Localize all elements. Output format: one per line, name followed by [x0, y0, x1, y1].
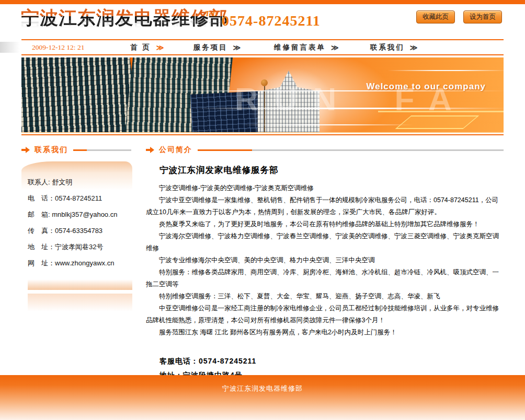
bookmark-page-button[interactable]: 收藏此页: [416, 10, 455, 24]
nav-item-home[interactable]: 首 页 ≫: [130, 43, 164, 52]
sidebar-contact: 联系我们 联系人: 舒文明 电 话：0574-87245211 邮 箱: mnb…: [21, 146, 134, 396]
header-line-gray: [252, 149, 504, 151]
chevron-right-icon: ≫: [156, 43, 164, 52]
service-phone: 客服电话：0574-87245211: [159, 354, 504, 368]
arrow-right-icon: [146, 147, 155, 153]
nav-item-repair-form[interactable]: 维修留言表单 ≫: [274, 43, 339, 52]
nav-datetime: 2009-12-12 12: 21: [32, 43, 110, 52]
site-logo-reflection: 宁波江东润发电器维修部: [21, 20, 228, 31]
article-paragraph: 服务范围江东 海曙 江北 鄞州各区均有服务网点，客户来电2小时内及时上门服务！: [146, 326, 504, 339]
nav-item-services-label: 服务项目: [193, 43, 227, 52]
article-paragraph: 中亚空调维修公司是一家经工商注册的制冷家电维修企业，公司员工都经过制冷技能维修培…: [146, 302, 504, 326]
banner-welcome-text: Welcome to our company: [366, 81, 486, 92]
contact-phone: 电 话：0574-87245211: [28, 190, 132, 206]
site-logo: 宁波江东润发电器维修部 宁波江东润发电器维修部: [21, 8, 228, 31]
quick-buttons: 收藏此页 设为首页: [416, 10, 502, 24]
left-edge-shadow: [0, 42, 20, 53]
header-line-orange: [73, 149, 87, 151]
nav-item-contact-label: 联系我们: [370, 43, 405, 52]
chevron-right-icon: ≫: [410, 43, 418, 52]
nav-item-services[interactable]: 服务项目 ≫: [193, 43, 241, 52]
main-navigation: 2009-12-12 12: 21 首 页 ≫ 服务项目 ≫ 维修留言表单 ≫ …: [21, 39, 504, 55]
article-paragraph: 宁波专业维修海尔中央空调、美的中央空调、格力中央空调、三洋中央空调: [146, 254, 504, 266]
article-paragraph: 炎热夏季又来临了，为了更好更及时地服务，本公司在原有特约维修品牌的基础上特别增加…: [146, 218, 504, 230]
light-streak: [387, 70, 504, 71]
contact-person: 联系人: 舒文明: [28, 174, 132, 190]
content-area: 联系我们 联系人: 舒文明 电 话：0574-87245211 邮 箱: mnb…: [21, 135, 504, 396]
arrow-right-icon: [21, 147, 30, 153]
contact-address: 地 址：宁波孝闻巷32号: [28, 239, 132, 255]
contact-email: 邮 箱: mnblkj357@yahoo.cn: [28, 206, 132, 223]
header-telephone: Tel: 0574-87245211: [205, 9, 321, 26]
article-title: 宁波江东润发家电维修服务部: [159, 165, 504, 176]
tel-label: Tel:: [205, 9, 218, 18]
header-line-orange: [198, 149, 252, 151]
article-section-title: 公司简介: [159, 145, 192, 155]
sidebar-section-header: 联系我们: [21, 146, 134, 154]
article-paragraph: 特别服务：维修各类品牌家用、商用空调、冷库、厨房冷柜、海鲜池、水冷机组、超市冷链…: [146, 266, 504, 290]
company-profile-section: 公司简介 宁波江东润发家电维修服务部 宁波空调维修-宁波美的空调维修-宁波奥克斯…: [146, 146, 504, 396]
tel-number: 0574-87245211: [222, 13, 321, 29]
light-streak: [241, 124, 414, 125]
article-paragraph: 特别维修空调服务：三洋、松下、夏普、大金、华宝、耀马、迎燕、扬子空调、志高、华凌…: [146, 290, 504, 302]
contact-info-box: 联系人: 舒文明 电 话：0574-87245211 邮 箱: mnblkj35…: [21, 161, 132, 311]
contact-fax: 传 真：0574-63354783: [28, 223, 132, 239]
nav-item-home-label: 首 页: [130, 43, 151, 52]
sidebar-section-title: 联系我们: [35, 145, 68, 155]
nav-item-repair-form-label: 维修留言表单: [274, 43, 326, 52]
header-line-gray: [87, 149, 131, 151]
article-section-header: 公司简介: [146, 146, 504, 154]
contact-website: 网 址：www.zhongyawx.cn: [28, 255, 132, 271]
chevron-right-icon: ≫: [233, 43, 241, 52]
hero-banner: RUN FA Welcome to our company: [21, 57, 504, 133]
header: 宁波江东润发电器维修部 宁波江东润发电器维修部 Tel: 0574-872452…: [0, 4, 525, 39]
contact-box-band: [28, 279, 132, 290]
set-homepage-button[interactable]: 设为首页: [463, 10, 502, 24]
chevron-right-icon: ≫: [331, 43, 339, 52]
page-footer: 宁波江东润发电器维修部: [0, 375, 525, 420]
contact-box-band: [28, 294, 132, 311]
page: 宁波江东润发电器维修部 宁波江东润发电器维修部 Tel: 0574-872452…: [0, 0, 525, 420]
nav-item-contact[interactable]: 联系我们 ≫: [370, 43, 418, 52]
skyscraper-image-left: [21, 57, 142, 133]
article-paragraph: 宁波中亚空调维修是一家集维修、整机销售、配件销售于一体的规模制冷家电服务公司，电…: [146, 194, 504, 218]
footer-text: 宁波江东润发电器维修部: [0, 375, 525, 393]
article-paragraph: 宁波海尔空调维修、宁波格力空调维修、宁波春兰空调维修、宁波美的空调维修、宁波三菱…: [146, 230, 504, 254]
article-paragraph: 宁波空调维修-宁波美的空调维修-宁波奥克斯空调维修: [146, 182, 504, 194]
top-accent-bar: [0, 0, 525, 4]
